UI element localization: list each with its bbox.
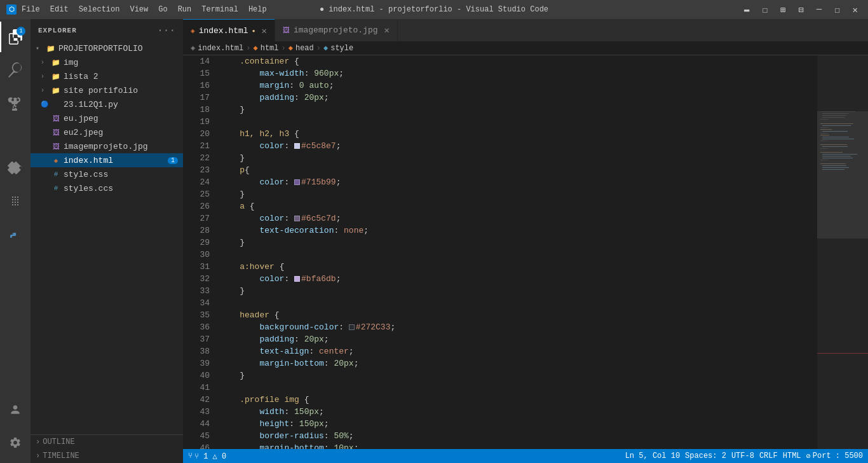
jpg-icon: 🖼 <box>51 113 61 123</box>
tab-index-html[interactable]: ◈ index.html ● ✕ <box>183 19 275 41</box>
activity-search[interactable] <box>0 55 31 85</box>
file-badge: 1 <box>168 157 178 164</box>
file-lista2-folder[interactable]: › 📁 lista 2 <box>31 69 183 83</box>
activity-run[interactable] <box>0 121 31 151</box>
status-port[interactable]: ⊘ Port : 5500 <box>806 452 863 461</box>
sidebar-more-button[interactable]: ··· <box>157 25 175 36</box>
code-line: } <box>220 237 812 249</box>
file-eu2-jpg[interactable]: 🖼 eu2.jpeg <box>31 125 183 139</box>
code-line: } <box>220 370 812 382</box>
code-editor[interactable]: .container { max-width: 960px; margin: 0… <box>215 55 817 449</box>
editor-main: ◈ index.html ● ✕ 🖼 imagemprojeto.jpg ✕ ◈… <box>183 19 868 463</box>
status-eol[interactable]: CRLF <box>759 452 778 461</box>
activity-source-control[interactable] <box>0 88 31 118</box>
layout-icon-3[interactable]: ⊞ <box>776 3 789 17</box>
expand-arrow: › <box>41 73 51 80</box>
file-styles-ccs[interactable]: # styles.ccs <box>31 181 183 195</box>
file-eu-jpg[interactable]: 🖼 eu.jpeg <box>31 111 183 125</box>
activity-explorer[interactable]: 1 <box>0 22 31 52</box>
menu-edit[interactable]: Edit <box>50 5 69 14</box>
code-line <box>220 116 812 128</box>
minimize-button[interactable]: ─ <box>813 3 825 16</box>
code-line: margin-bottom: 10px; <box>220 442 812 449</box>
status-left: ⑂ ⑂ 1 △ 0 <box>188 452 226 461</box>
code-line: width: 150px; <box>220 406 812 418</box>
expand-arrow: › <box>36 438 40 446</box>
file-py[interactable]: 🔵 23.1L2Q1.py <box>31 97 183 111</box>
file-imagem-jpg[interactable]: 🖼 imagemprojeto.jpg <box>31 139 183 153</box>
breadcrumb-style[interactable]: style <box>330 44 353 53</box>
timeline-panel[interactable]: › TIMELINE <box>31 449 183 463</box>
folder-name: img <box>64 58 78 67</box>
file-name: eu2.jpeg <box>64 128 103 137</box>
status-encoding[interactable]: UTF-8 <box>731 452 754 461</box>
project-name: PROJETORPORTFOLIO <box>58 44 143 53</box>
css-icon: # <box>51 169 61 179</box>
breadcrumb-html[interactable]: html <box>261 44 279 53</box>
sidebar-bottom: › OUTLINE › TIMELINE <box>31 434 183 463</box>
file-img-folder[interactable]: › 📁 img <box>31 55 183 69</box>
activity-extensions[interactable] <box>0 154 31 184</box>
code-line: a:hover { <box>220 261 812 273</box>
file-site-folder[interactable]: › 📁 site portifolio <box>31 83 183 97</box>
status-git[interactable]: ⑂ ⑂ 1 △ 0 <box>188 452 226 461</box>
menu-terminal[interactable]: Terminal <box>201 5 238 14</box>
no-arrow <box>41 157 51 164</box>
folder-name: lista 2 <box>64 72 98 81</box>
expand-arrow: › <box>41 59 51 66</box>
layout-icon-1[interactable]: ▬ <box>740 3 753 16</box>
code-line: height: 150px; <box>220 418 812 430</box>
py-icon <box>51 99 61 109</box>
menu-file[interactable]: File <box>22 5 40 14</box>
activity-testing[interactable] <box>0 187 31 218</box>
code-line: } <box>220 152 812 164</box>
status-spaces[interactable]: Spaces: 2 <box>685 452 726 461</box>
menu-go[interactable]: Go <box>158 5 167 14</box>
code-line: padding: 20px; <box>220 92 812 104</box>
code-line: text-align: center; <box>220 345 812 357</box>
status-language[interactable]: HTML <box>783 452 801 461</box>
editor-content[interactable]: 14 15 16 17 18 19 20 21 22 23 24 25 26 2… <box>183 55 868 449</box>
outline-panel[interactable]: › OUTLINE <box>31 435 183 449</box>
layout-icon-2[interactable]: ☐ <box>758 3 771 17</box>
breadcrumb-head[interactable]: head <box>295 44 314 53</box>
no-arrow <box>41 129 51 136</box>
layout-icon-4[interactable]: ⊟ <box>794 3 807 17</box>
no-arrow: 🔵 <box>41 100 51 108</box>
port-icon: ⊘ <box>806 452 811 461</box>
menu-view[interactable]: View <box>130 5 148 14</box>
status-position[interactable]: Ln 5, Col 10 <box>625 452 680 461</box>
svg-rect-27 <box>817 353 868 354</box>
file-index-html[interactable]: ◈ index.html 1 <box>31 153 183 167</box>
folder-icon: 📁 <box>46 43 56 53</box>
code-line: color: #6c5c7d; <box>220 212 812 225</box>
breadcrumb-file[interactable]: index.html <box>198 44 243 53</box>
tab-dirty-indicator: ● <box>252 28 255 34</box>
tab-close-button[interactable]: ✕ <box>261 25 266 36</box>
menu-run[interactable]: Run <box>178 5 192 14</box>
window-title: ● index.html - projetorforlio - Visual S… <box>320 5 548 14</box>
code-line <box>220 249 812 261</box>
activity-account[interactable] <box>0 394 31 425</box>
jpg-tab-icon: 🖼 <box>283 26 290 34</box>
timeline-label: TIMELINE <box>43 452 79 460</box>
menu-help[interactable]: Help <box>248 5 267 14</box>
menu-selection[interactable]: Selection <box>79 5 120 14</box>
file-style-css[interactable]: # style.css <box>31 167 183 181</box>
maximize-button[interactable]: ☐ <box>831 3 843 17</box>
explorer-badge: 1 <box>17 27 25 36</box>
position-label: Ln 5, Col 10 <box>625 452 680 460</box>
code-line: color: #715b99; <box>220 176 812 188</box>
tab-close-button[interactable]: ✕ <box>384 25 390 36</box>
breadcrumb-icon-4: ◆ <box>323 43 328 53</box>
no-arrow <box>41 185 51 192</box>
activity-settings[interactable] <box>0 427 31 458</box>
expand-arrow: ▾ <box>36 45 46 52</box>
code-line: h1, h2, h3 { <box>220 128 812 140</box>
no-arrow <box>41 143 51 150</box>
tab-imagemprojeto-jpg[interactable]: 🖼 imagemprojeto.jpg ✕ <box>275 19 398 41</box>
activity-python[interactable] <box>0 225 31 256</box>
project-root[interactable]: ▾ 📁 PROJETORPORTFOLIO <box>31 41 183 55</box>
close-button[interactable]: ✕ <box>849 3 862 17</box>
code-line: margin-bottom: 20px; <box>220 357 812 370</box>
